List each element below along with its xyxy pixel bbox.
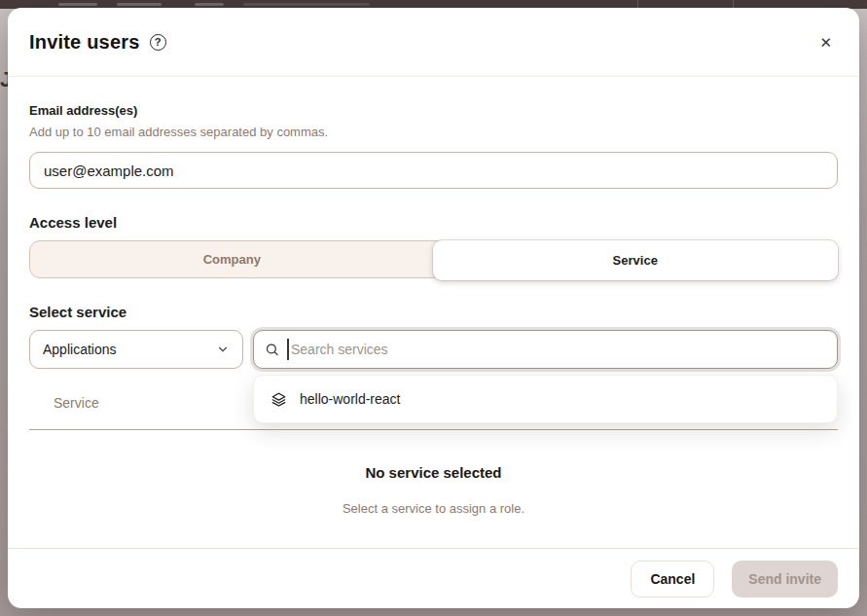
empty-state: No service selected Select a service to … bbox=[29, 430, 838, 516]
text-cursor bbox=[287, 339, 289, 360]
obscured-nav-text bbox=[195, 3, 224, 6]
close-icon[interactable]: ✕ bbox=[815, 31, 836, 54]
email-label: Email address(es) bbox=[29, 103, 838, 118]
empty-state-subtitle: Select a service to assign a role. bbox=[29, 501, 838, 516]
obscured-nav-text bbox=[58, 3, 97, 6]
layers-icon bbox=[271, 392, 286, 407]
email-helper: Add up to 10 email addresses separated b… bbox=[29, 125, 838, 139]
invite-users-modal: Invite users ? ✕ Email address(es) Add u… bbox=[8, 8, 859, 608]
modal-header: Invite users ? ✕ bbox=[8, 8, 859, 77]
access-level-toggle: Company Service bbox=[29, 240, 838, 278]
search-services-input[interactable] bbox=[253, 330, 838, 369]
service-option-hello-world-react[interactable]: hello-world-react bbox=[260, 381, 831, 417]
obscured-logo-fragment: J bbox=[0, 67, 8, 92]
obscured-nav-text bbox=[243, 3, 370, 6]
modal-title: Invite users bbox=[29, 31, 140, 54]
services-dropdown: hello-world-react bbox=[253, 375, 838, 423]
search-icon bbox=[265, 343, 279, 357]
access-level-option-service[interactable]: Service bbox=[433, 240, 839, 280]
empty-state-title: No service selected bbox=[29, 464, 838, 481]
search-services-wrapper: hello-world-react bbox=[253, 330, 838, 369]
select-service-label: Select service bbox=[29, 304, 838, 320]
help-icon[interactable]: ? bbox=[150, 34, 166, 51]
email-field[interactable] bbox=[29, 152, 838, 189]
send-invite-button[interactable]: Send invite bbox=[732, 561, 838, 598]
service-option-label: hello-world-react bbox=[300, 391, 400, 407]
access-level-option-company[interactable]: Company bbox=[30, 241, 434, 277]
service-type-value: Applications bbox=[43, 342, 117, 357]
modal-body: Email address(es) Add up to 10 email add… bbox=[8, 77, 859, 548]
obscured-nav-text bbox=[117, 3, 162, 6]
cancel-button[interactable]: Cancel bbox=[631, 561, 714, 598]
service-type-select[interactable]: Applications bbox=[29, 330, 243, 369]
select-service-row: Applications bbox=[29, 330, 838, 369]
chevron-down-icon bbox=[216, 343, 230, 356]
access-level-label: Access level bbox=[29, 214, 838, 231]
modal-footer: Cancel Send invite bbox=[8, 548, 859, 608]
